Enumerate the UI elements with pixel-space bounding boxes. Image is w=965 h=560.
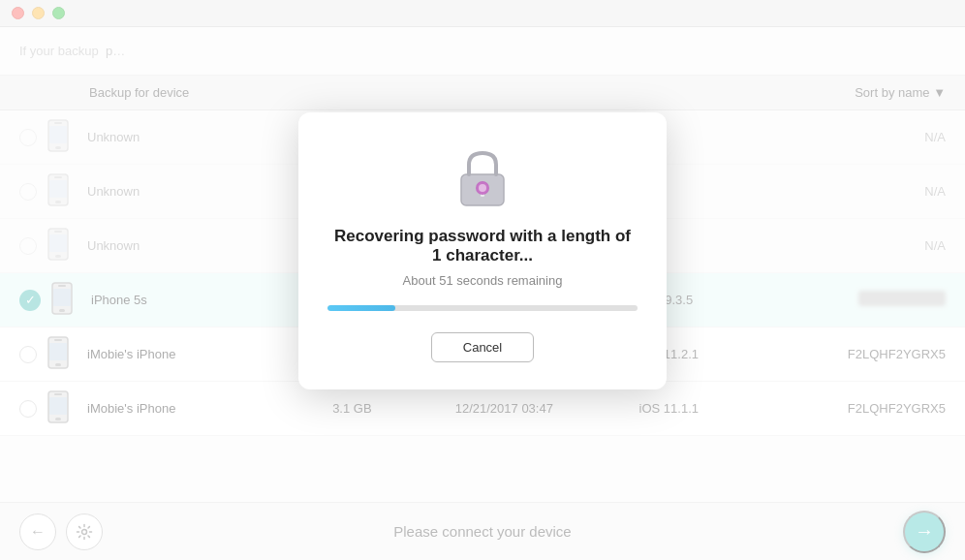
modal-subtitle: About 51 seconds remaining (403, 273, 563, 288)
recovery-modal: Recovering password with a length of 1 c… (298, 112, 667, 389)
svg-point-29 (479, 184, 486, 192)
progress-bar-fill (327, 305, 395, 311)
lock-icon (448, 141, 517, 211)
modal-overlay: Recovering password with a length of 1 c… (0, 0, 965, 560)
modal-title: Recovering password with a length of 1 c… (327, 227, 638, 265)
cancel-button[interactable]: Cancel (431, 332, 534, 362)
progress-bar-container (327, 305, 638, 311)
